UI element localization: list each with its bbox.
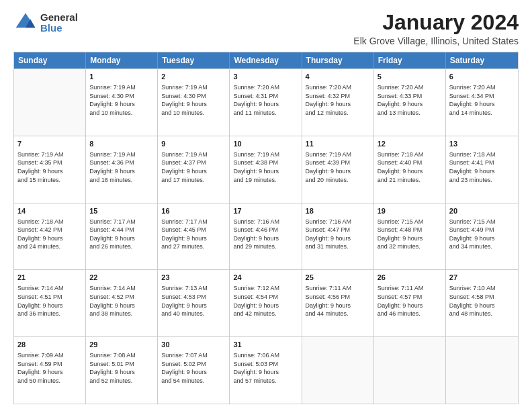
calendar-header: SundayMondayTuesdayWednesdayThursdayFrid… [14,52,518,68]
day-number: 7 [17,139,82,149]
day-content: Sunrise: 7:16 AM Sunset: 4:46 PM Dayligh… [233,218,298,251]
calendar-cell [446,337,518,404]
calendar-cell: 3Sunrise: 7:20 AM Sunset: 4:31 PM Daylig… [230,69,302,136]
day-number: 26 [378,273,442,283]
day-number: 30 [161,340,226,350]
calendar: SundayMondayTuesdayWednesdayThursdayFrid… [13,52,519,404]
calendar-cell: 26Sunrise: 7:11 AM Sunset: 4:57 PM Dayli… [374,270,446,336]
calendar-cell: 11Sunrise: 7:19 AM Sunset: 4:39 PM Dayli… [302,136,374,203]
day-content: Sunrise: 7:15 AM Sunset: 4:49 PM Dayligh… [449,218,515,251]
calendar-cell: 28Sunrise: 7:09 AM Sunset: 4:59 PM Dayli… [14,337,86,404]
day-content: Sunrise: 7:18 AM Sunset: 4:40 PM Dayligh… [378,150,442,184]
day-number: 4 [306,72,370,82]
calendar-cell: 20Sunrise: 7:15 AM Sunset: 4:49 PM Dayli… [446,203,518,270]
calendar-cell: 5Sunrise: 7:20 AM Sunset: 4:33 PM Daylig… [374,69,446,136]
day-content: Sunrise: 7:10 AM Sunset: 4:58 PM Dayligh… [449,284,515,318]
day-content: Sunrise: 7:19 AM Sunset: 4:30 PM Dayligh… [161,83,226,117]
day-number: 9 [161,139,226,149]
calendar-cell: 6Sunrise: 7:20 AM Sunset: 4:34 PM Daylig… [446,69,518,136]
calendar-cell: 24Sunrise: 7:12 AM Sunset: 4:54 PM Dayli… [230,270,302,336]
day-number: 10 [233,139,298,149]
logo-text: General Blue [40,12,78,34]
day-content: Sunrise: 7:20 AM Sunset: 4:31 PM Dayligh… [233,83,298,117]
day-number: 3 [233,72,298,82]
calendar-cell: 21Sunrise: 7:14 AM Sunset: 4:51 PM Dayli… [14,270,86,336]
calendar-cell: 15Sunrise: 7:17 AM Sunset: 4:44 PM Dayli… [86,203,158,270]
day-number: 13 [449,139,515,149]
day-number: 27 [449,273,515,283]
day-content: Sunrise: 7:20 AM Sunset: 4:34 PM Dayligh… [449,83,515,117]
day-number: 1 [89,72,154,82]
header: General Blue January 2024 Elk Grove Vill… [13,11,519,46]
day-number: 24 [233,273,298,283]
day-content: Sunrise: 7:20 AM Sunset: 4:33 PM Dayligh… [378,83,442,117]
day-content: Sunrise: 7:19 AM Sunset: 4:36 PM Dayligh… [89,150,154,184]
day-content: Sunrise: 7:19 AM Sunset: 4:35 PM Dayligh… [17,150,82,184]
calendar-cell: 12Sunrise: 7:18 AM Sunset: 4:40 PM Dayli… [374,136,446,203]
calendar-cell: 8Sunrise: 7:19 AM Sunset: 4:36 PM Daylig… [86,136,158,203]
title-block: January 2024 Elk Grove Village, Illinois… [353,11,519,46]
calendar-row: 21Sunrise: 7:14 AM Sunset: 4:51 PM Dayli… [14,269,518,336]
day-content: Sunrise: 7:12 AM Sunset: 4:54 PM Dayligh… [233,284,298,318]
day-content: Sunrise: 7:19 AM Sunset: 4:37 PM Dayligh… [161,150,226,184]
calendar-row: 14Sunrise: 7:18 AM Sunset: 4:42 PM Dayli… [14,203,518,270]
day-content: Sunrise: 7:18 AM Sunset: 4:42 PM Dayligh… [17,218,82,251]
day-content: Sunrise: 7:17 AM Sunset: 4:44 PM Dayligh… [89,218,154,251]
day-content: Sunrise: 7:19 AM Sunset: 4:30 PM Dayligh… [89,83,154,117]
subtitle: Elk Grove Village, Illinois, United Stat… [353,36,519,46]
day-number: 18 [306,206,370,216]
day-number: 25 [306,273,370,283]
calendar-cell: 23Sunrise: 7:13 AM Sunset: 4:53 PM Dayli… [158,270,230,336]
day-content: Sunrise: 7:07 AM Sunset: 5:02 PM Dayligh… [161,351,226,385]
day-number: 19 [378,206,442,216]
calendar-cell: 4Sunrise: 7:20 AM Sunset: 4:32 PM Daylig… [302,69,374,136]
day-content: Sunrise: 7:14 AM Sunset: 4:51 PM Dayligh… [17,284,82,318]
day-content: Sunrise: 7:08 AM Sunset: 5:01 PM Dayligh… [89,351,154,385]
day-number: 28 [17,340,82,350]
calendar-cell [302,337,374,404]
day-content: Sunrise: 7:06 AM Sunset: 5:03 PM Dayligh… [233,351,298,385]
calendar-cell: 14Sunrise: 7:18 AM Sunset: 4:42 PM Dayli… [14,203,86,270]
day-number: 29 [89,340,154,350]
calendar-cell: 29Sunrise: 7:08 AM Sunset: 5:01 PM Dayli… [86,337,158,404]
day-content: Sunrise: 7:19 AM Sunset: 4:39 PM Dayligh… [306,150,370,184]
day-content: Sunrise: 7:09 AM Sunset: 4:59 PM Dayligh… [17,351,82,385]
calendar-header-cell: Friday [374,52,446,68]
day-content: Sunrise: 7:17 AM Sunset: 4:45 PM Dayligh… [161,218,226,251]
day-number: 22 [89,273,154,283]
day-content: Sunrise: 7:11 AM Sunset: 4:57 PM Dayligh… [378,284,442,318]
calendar-cell: 2Sunrise: 7:19 AM Sunset: 4:30 PM Daylig… [158,69,230,136]
calendar-cell: 19Sunrise: 7:15 AM Sunset: 4:48 PM Dayli… [374,203,446,270]
day-number: 12 [378,139,442,149]
day-number: 16 [161,206,226,216]
calendar-cell: 22Sunrise: 7:14 AM Sunset: 4:52 PM Dayli… [86,270,158,336]
day-number: 6 [449,72,515,82]
calendar-cell: 30Sunrise: 7:07 AM Sunset: 5:02 PM Dayli… [158,337,230,404]
calendar-cell: 31Sunrise: 7:06 AM Sunset: 5:03 PM Dayli… [230,337,302,404]
calendar-header-cell: Saturday [446,52,518,68]
day-number: 21 [17,273,82,283]
calendar-header-cell: Sunday [14,52,86,68]
calendar-header-cell: Tuesday [158,52,230,68]
day-number: 20 [449,206,515,216]
calendar-cell: 17Sunrise: 7:16 AM Sunset: 4:46 PM Dayli… [230,203,302,270]
day-content: Sunrise: 7:16 AM Sunset: 4:47 PM Dayligh… [306,218,370,251]
calendar-cell [374,337,446,404]
calendar-cell: 16Sunrise: 7:17 AM Sunset: 4:45 PM Dayli… [158,203,230,270]
calendar-header-cell: Monday [86,52,158,68]
calendar-cell: 18Sunrise: 7:16 AM Sunset: 4:47 PM Dayli… [302,203,374,270]
calendar-header-cell: Wednesday [230,52,302,68]
page: General Blue January 2024 Elk Grove Vill… [0,0,532,411]
calendar-cell [14,69,86,136]
day-number: 31 [233,340,298,350]
day-content: Sunrise: 7:20 AM Sunset: 4:32 PM Dayligh… [306,83,370,117]
logo-general: General [40,12,78,24]
day-content: Sunrise: 7:13 AM Sunset: 4:53 PM Dayligh… [161,284,226,318]
calendar-cell: 25Sunrise: 7:11 AM Sunset: 4:56 PM Dayli… [302,270,374,336]
day-content: Sunrise: 7:14 AM Sunset: 4:52 PM Dayligh… [89,284,154,318]
calendar-row: 1Sunrise: 7:19 AM Sunset: 4:30 PM Daylig… [14,68,518,136]
day-number: 5 [378,72,442,82]
day-number: 2 [161,72,226,82]
calendar-row: 28Sunrise: 7:09 AM Sunset: 4:59 PM Dayli… [14,336,518,404]
calendar-row: 7Sunrise: 7:19 AM Sunset: 4:35 PM Daylig… [14,136,518,203]
